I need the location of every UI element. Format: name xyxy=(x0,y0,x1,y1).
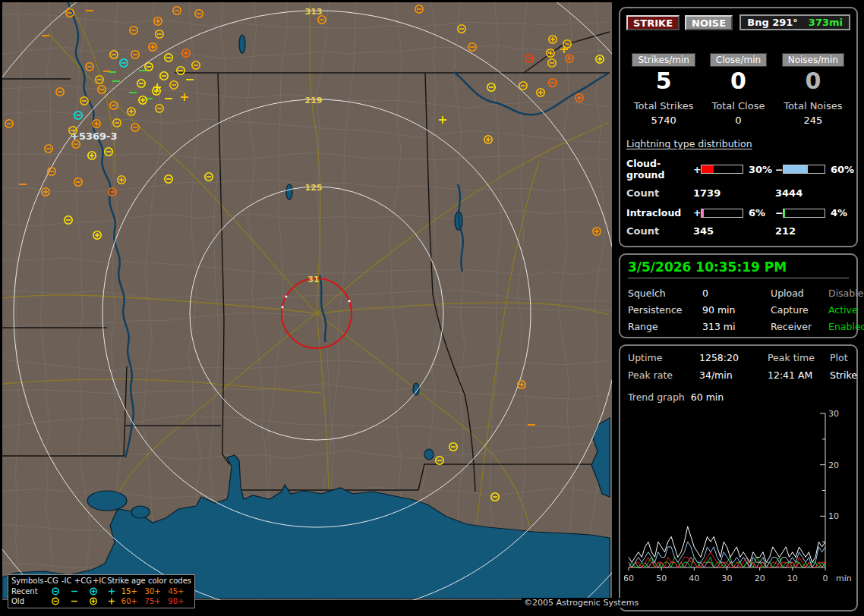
trend-series-cg xyxy=(629,542,825,567)
cg-minus-bar xyxy=(783,165,825,174)
uptime-value: 1258:20 xyxy=(699,352,768,363)
squelch-value: 0 xyxy=(702,288,771,299)
peak-rate-label: Peak rate xyxy=(628,369,699,381)
ring-label-219: 219 xyxy=(305,96,323,105)
datetime-display: 3/5/2026 10:35:19 PM xyxy=(628,259,849,278)
x-tick-label: 0 xyxy=(823,574,828,583)
legend-age-label: Recent xyxy=(11,587,46,596)
intracloud-count-row: Count 345 212 xyxy=(626,225,850,237)
age-code-60plus: 60+ xyxy=(121,597,145,605)
counters-panel: STRIKE NOISE Bng 291° 373mi Strikes/min … xyxy=(619,7,858,247)
total-close-label: Total Close xyxy=(712,100,765,112)
minus-sign: − xyxy=(775,164,783,175)
close-rate-value: 0 xyxy=(730,68,746,94)
ic-minus-count: 212 xyxy=(775,225,850,237)
legend-cm-symbol xyxy=(46,586,65,596)
legend-col-ic-pos: +IC xyxy=(92,577,107,585)
persistence-label: Persistence xyxy=(628,304,702,316)
persistence-value: 90 min xyxy=(702,304,771,316)
legend-p-symbol xyxy=(102,586,121,596)
trend-graph-label: Trend graph xyxy=(628,391,685,403)
minus-sign: − xyxy=(775,207,783,218)
status-panel: 3/5/2026 10:35:19 PM Squelch 0 Upload Di… xyxy=(619,253,858,338)
close-counter: Close/min 0 Total Close 0 xyxy=(701,53,775,126)
age-code-90plus: 90+ xyxy=(168,597,191,605)
age-code-30plus: 30+ xyxy=(145,587,169,596)
status-grid: Squelch 0 Upload Disabled Persistence 90… xyxy=(628,288,849,332)
peak-time-label: Peak time xyxy=(768,352,830,363)
ic-plus-bar-fill xyxy=(702,209,704,217)
plus-sign: + xyxy=(693,207,701,218)
noises-rate-value: 0 xyxy=(805,68,821,94)
map-canvas[interactable]: +5369-3 12521931331 xyxy=(2,2,612,600)
capture-value: Active xyxy=(828,304,864,316)
upload-label: Upload xyxy=(771,288,828,299)
age-code-15plus: 15+ xyxy=(121,587,145,596)
legend-m-symbol xyxy=(65,596,84,606)
x-tick-label: 30 xyxy=(722,574,733,583)
symbol-legend: Symbols -CG -IC +CG +IC Strike age color… xyxy=(8,574,195,608)
storm-cell-trac-label: +5369-3 xyxy=(71,130,118,142)
receiver-value: Enabled xyxy=(828,321,864,332)
age-code-75plus: 75+ xyxy=(145,597,169,605)
legend-p-symbol xyxy=(102,596,121,606)
total-noises-value: 245 xyxy=(803,115,822,126)
noises-per-min-chip: Noises/min xyxy=(782,53,844,67)
legend-row-recent: Recent15+30+45+ xyxy=(11,586,191,597)
cloud-ground-label: Cloud-ground xyxy=(626,158,693,181)
total-noises-label: Total Noises xyxy=(784,100,842,112)
intracloud-label: Intracloud xyxy=(626,207,693,218)
cg-minus-pct: 60% xyxy=(827,164,850,175)
trend-graph-chart: 1020306050403020100min xyxy=(624,410,853,607)
ring-label-125: 125 xyxy=(305,183,323,193)
range-value: 313 mi xyxy=(702,321,771,332)
ring-label-313: 313 xyxy=(305,7,323,17)
legend-header-row: Symbols -CG -IC +CG +IC Strike age color… xyxy=(11,576,191,586)
strike-button[interactable]: STRIKE xyxy=(626,15,680,30)
ring-label-31: 31 xyxy=(307,275,319,284)
legend-row-old: Old60+75+90+ xyxy=(11,596,191,607)
squelch-label: Squelch xyxy=(628,288,702,299)
cg-count-label: Count xyxy=(626,187,693,199)
trend-graph-value: 60 min xyxy=(691,391,724,403)
cg-minus-bar-fill xyxy=(784,165,808,173)
nexstorm-window: { "header": { "strike": "STRIKE", "noise… xyxy=(0,0,864,616)
strikes-per-min-chip: Strikes/min xyxy=(632,53,695,67)
peak-time-value: 12:41 AM xyxy=(768,369,830,381)
map-view[interactable]: +5369-3 12521931331 xyxy=(2,2,612,600)
x-axis-unit: min xyxy=(836,574,852,583)
ic-count-label: Count xyxy=(626,225,693,237)
total-close-value: 0 xyxy=(735,115,741,126)
cloud-ground-row: Cloud-ground + 30% − 60% xyxy=(626,158,850,181)
legend-age-title: Strike age color codes xyxy=(107,577,191,585)
rate-counters: Strikes/min 5 Total Strikes 5740 Close/m… xyxy=(626,53,850,126)
range-label: Range xyxy=(628,321,702,332)
bearing-distance: 373mi xyxy=(809,17,843,28)
ic-plus-bar xyxy=(701,209,743,218)
cg-plus-bar-fill xyxy=(702,165,714,173)
legend-cp-symbol xyxy=(84,586,102,596)
mode-button-row: STRIKE NOISE Bng 291° 373mi xyxy=(626,14,850,30)
cg-plus-pct: 30% xyxy=(745,164,775,175)
x-tick-label: 20 xyxy=(755,574,765,583)
legend-age-label: Old xyxy=(11,597,46,605)
ic-minus-pct: 4% xyxy=(827,207,850,218)
x-tick-label: 60 xyxy=(624,574,634,583)
uptime-label: Uptime xyxy=(628,352,699,363)
bearing-readout: Bng 291° 373mi xyxy=(739,14,850,30)
capture-label: Capture xyxy=(771,304,828,316)
receiver-label: Receiver xyxy=(771,321,828,332)
strikes-rate-value: 5 xyxy=(656,68,672,94)
total-strikes-value: 5740 xyxy=(651,115,676,126)
legend-cp-symbol xyxy=(84,596,102,606)
intracloud-row: Intracloud + 6% − 4% xyxy=(626,207,850,218)
plot-label: Plot xyxy=(830,352,857,363)
session-grid: Uptime 1258:20 Peak time Plot Peak rate … xyxy=(628,352,849,381)
plus-sign: + xyxy=(693,164,701,175)
legend-cm-symbol xyxy=(46,596,65,606)
age-code-45plus: 45+ xyxy=(168,587,191,596)
legend-symbols-title: Symbols xyxy=(11,577,43,585)
noise-button[interactable]: NOISE xyxy=(685,15,733,30)
cg-minus-count: 3444 xyxy=(775,187,850,199)
peak-rate-value: 34/min xyxy=(699,369,768,381)
